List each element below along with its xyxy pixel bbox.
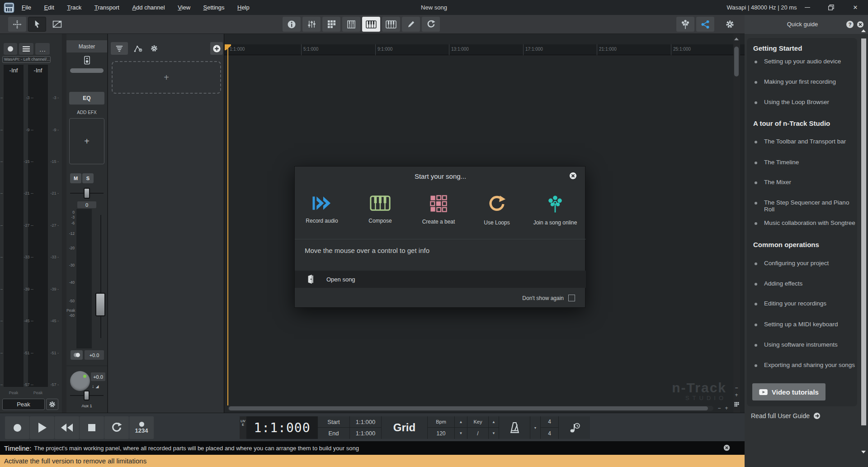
dont-show-checkbox[interactable]	[568, 295, 575, 301]
select-tool-button[interactable]	[28, 17, 46, 32]
pan-value[interactable]: 0	[77, 201, 96, 208]
help-icon[interactable]: ?	[846, 21, 854, 28]
record-button[interactable]	[5, 416, 29, 439]
key-value[interactable]: /	[467, 428, 488, 439]
draw-tool-button[interactable]	[402, 17, 420, 32]
menu-edit[interactable]: Edit	[38, 0, 59, 15]
snap-settings-icon[interactable]	[734, 401, 740, 407]
timeline-ruler[interactable]: 1:1:000 5:1:000 9:1:000 13:1:000 17:1:00…	[224, 44, 745, 55]
settings-gear-button[interactable]	[721, 17, 739, 32]
metronome-menu-button[interactable]: ▼	[530, 416, 540, 439]
playhead-line[interactable]	[227, 44, 228, 405]
activation-banner[interactable]: Activate the full version to remove all …	[0, 455, 745, 467]
track-sort-button[interactable]	[111, 42, 128, 55]
key-up-button[interactable]: ▲	[489, 416, 499, 427]
bpm-down-button[interactable]: ▼	[455, 428, 467, 439]
menu-settings[interactable]: Settings	[198, 0, 230, 15]
key-down-button[interactable]: ▼	[489, 428, 499, 439]
minimize-button[interactable]	[796, 0, 819, 15]
guide-link-step-sequencer[interactable]: The Step Sequencer and Piano Roll	[764, 199, 857, 213]
songtree-button[interactable]	[676, 17, 694, 32]
share-button[interactable]	[696, 17, 714, 32]
step-sequencer-button[interactable]	[322, 17, 340, 32]
track-settings-button[interactable]	[148, 43, 160, 54]
use-loops-option[interactable]: Use Loops	[470, 195, 524, 245]
close-tip-button[interactable]	[723, 444, 730, 451]
audio-device-field[interactable]: WasAPI: - Left channel/...	[2, 56, 51, 63]
zoom-in-button[interactable]: +	[723, 405, 730, 411]
guide-link-midi-keyboard[interactable]: Setting up a MIDI keyboard	[764, 321, 838, 328]
video-tutorials-button[interactable]: Video tutorials	[752, 383, 826, 400]
horizontal-scrollbar-thumb[interactable]	[229, 406, 708, 410]
scroll-up-icon[interactable]	[861, 29, 866, 32]
maximize-button[interactable]	[819, 0, 843, 15]
guide-link-editing[interactable]: Editing your recordings	[764, 300, 826, 307]
info-tooltips-button[interactable]	[283, 17, 301, 32]
menu-file[interactable]: File	[16, 0, 37, 15]
guide-link-exporting[interactable]: Exporting and sharing your songs	[764, 362, 855, 368]
add-track-dropzone[interactable]: +	[112, 61, 221, 94]
volume-value[interactable]: +0.0	[85, 350, 104, 360]
volume-fader-thumb[interactable]	[95, 293, 105, 316]
menu-track[interactable]: Track	[61, 0, 87, 15]
aux-send-knob[interactable]	[70, 371, 90, 391]
zoom-out-button[interactable]: −	[716, 405, 722, 411]
mixer-view-button[interactable]	[302, 17, 321, 32]
guide-link-timeline[interactable]: The Timeline	[764, 159, 799, 166]
menu-add-channel[interactable]: Add channel	[127, 0, 170, 15]
guide-link-mixer[interactable]: The Mixer	[764, 179, 791, 186]
midi-keyboard-button[interactable]	[382, 17, 400, 32]
scroll-up-icon[interactable]	[734, 38, 739, 40]
meter-settings-button[interactable]	[46, 399, 58, 410]
more-options-button[interactable]: …	[35, 43, 50, 55]
aux-value[interactable]: +0.0	[91, 372, 105, 381]
play-button[interactable]	[30, 416, 54, 439]
aux-mode-icons[interactable]: ↓ ◢	[92, 383, 99, 389]
add-track-button[interactable]	[210, 42, 223, 55]
menu-help[interactable]: Help	[232, 0, 255, 15]
solo-button[interactable]: S	[82, 173, 94, 183]
channel-list-button[interactable]	[19, 43, 33, 55]
aux-slider-thumb[interactable]	[84, 391, 90, 400]
end-value[interactable]: 1:1:000	[350, 428, 381, 439]
output-device-icon[interactable]	[66, 55, 107, 66]
scroll-down-icon[interactable]	[861, 451, 866, 453]
vzoom-out-button[interactable]: −	[733, 385, 740, 391]
loop-mode-button[interactable]	[422, 17, 440, 32]
user-guide-link[interactable]: Read full User Guide	[751, 412, 821, 419]
menu-transport[interactable]: Transport	[89, 0, 125, 15]
record-arm-button[interactable]	[4, 43, 17, 55]
time-sig-lower[interactable]: 4	[541, 428, 558, 439]
piano-roll-button[interactable]	[342, 17, 360, 32]
loop-playback-button[interactable]	[104, 416, 129, 439]
close-dialog-button[interactable]	[569, 172, 577, 180]
menu-view[interactable]: View	[172, 0, 196, 15]
guide-link-toolbar-transport[interactable]: The Toolbar and Transport bar	[764, 138, 846, 145]
compose-option[interactable]: Compose	[353, 195, 407, 245]
join-song-online-option[interactable]: Join a song online	[528, 195, 582, 245]
automation-button[interactable]	[132, 43, 145, 54]
rewind-button[interactable]	[55, 416, 79, 439]
pan-slider-thumb[interactable]	[84, 188, 90, 199]
meter-mode-select[interactable]: Peak	[2, 399, 45, 410]
stereo-link-toggle[interactable]	[71, 350, 83, 360]
bpm-value[interactable]: 120	[428, 428, 454, 439]
move-tool-button[interactable]	[8, 17, 26, 32]
eq-button[interactable]: EQ	[69, 92, 104, 105]
record-audio-option[interactable]: Record audio	[295, 195, 349, 245]
vertical-scrollbar[interactable]: − +	[733, 34, 740, 413]
guide-link-effects[interactable]: Adding effects	[764, 280, 802, 287]
mute-button[interactable]: M	[70, 173, 81, 183]
add-effect-box[interactable]: +	[69, 118, 104, 164]
tempo-note-button[interactable]	[559, 416, 590, 439]
guide-link-instruments[interactable]: Using software instruments	[764, 341, 838, 348]
guide-link-audio-device[interactable]: Setting up your audio device	[764, 58, 841, 65]
guide-link-songtree[interactable]: Music collaboration with Songtree	[764, 219, 855, 226]
vzoom-in-button[interactable]: +	[733, 392, 740, 398]
close-window-button[interactable]: ✕	[843, 0, 868, 15]
create-beat-option[interactable]: Create a beat	[411, 195, 466, 245]
guide-link-loop-browser[interactable]: Using the Loop Browser	[764, 99, 829, 105]
time-display[interactable]: 1:1:000	[246, 416, 318, 439]
grid-button[interactable]: Grid	[382, 416, 427, 439]
fade-tool-button[interactable]	[48, 17, 66, 32]
